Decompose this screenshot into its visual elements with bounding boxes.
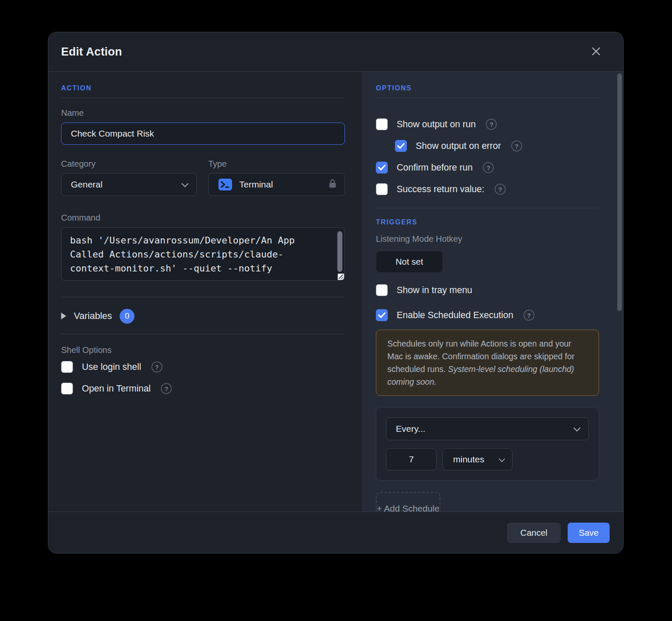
- dialog-footer: Cancel Save: [48, 512, 623, 553]
- type-label: Type: [208, 159, 345, 169]
- chevron-down-icon: [498, 454, 505, 464]
- show-output-on-run-label: Show output on run: [397, 119, 476, 130]
- dialog-body: ACTION Name Category General: [48, 72, 623, 512]
- show-output-on-run-checkbox[interactable]: [376, 118, 388, 130]
- open-in-terminal-checkbox[interactable]: [61, 383, 73, 394]
- enable-scheduled-label: Enable Scheduled Execution: [397, 310, 513, 321]
- success-return-value-label: Success return value:: [397, 184, 484, 195]
- help-icon[interactable]: ?: [483, 162, 494, 173]
- shell-options-label: Shell Options: [61, 345, 345, 355]
- variables-label: Variables: [74, 310, 112, 322]
- schedule-warning-note: Schedules only run while Actions is open…: [376, 330, 599, 396]
- success-return-value-row: Success return value: ?: [376, 183, 599, 195]
- variables-count-badge: 0: [120, 309, 134, 324]
- variables-toggle[interactable]: Variables 0: [61, 308, 345, 324]
- chevron-down-icon: [573, 424, 581, 434]
- divider: [376, 98, 599, 98]
- schedule-frequency-value: Every...: [396, 424, 573, 434]
- hotkey-button[interactable]: Not set: [376, 251, 443, 273]
- action-panel: ACTION Name Category General: [48, 72, 362, 512]
- dialog-title: Edit Action: [61, 45, 122, 59]
- help-icon[interactable]: ?: [161, 383, 172, 394]
- success-return-value-checkbox[interactable]: [376, 183, 388, 195]
- help-icon[interactable]: ?: [511, 140, 522, 151]
- use-login-shell-label: Use login shell: [82, 362, 141, 372]
- lock-icon: [328, 179, 337, 191]
- name-label: Name: [61, 108, 345, 118]
- schedule-interval-row: minutes: [386, 448, 589, 470]
- show-in-tray-checkbox[interactable]: [376, 284, 388, 296]
- schedule-frequency-select[interactable]: Every...: [386, 417, 589, 440]
- triggers-section-header: TRIGGERS: [376, 218, 599, 226]
- confirm-before-run-label: Confirm before run: [397, 162, 473, 173]
- close-button[interactable]: [588, 44, 604, 59]
- show-in-tray-row: Show in tray menu: [376, 284, 599, 296]
- command-textarea[interactable]: bash '/Users/avanrossum/Developer/An App…: [61, 227, 345, 281]
- save-button[interactable]: Save: [568, 523, 610, 543]
- panel-scrollbar[interactable]: [617, 73, 622, 311]
- add-schedule-button[interactable]: + Add Schedule: [376, 492, 440, 512]
- divider: [61, 297, 345, 297]
- edit-action-dialog: Edit Action ACTION Name Category: [48, 32, 624, 554]
- category-label: Category: [61, 159, 197, 169]
- show-output-on-error-row: Show output on error ?: [395, 140, 599, 152]
- command-label: Command: [61, 213, 345, 223]
- open-in-terminal-label: Open in Terminal: [82, 383, 151, 394]
- use-login-shell-checkbox[interactable]: [61, 361, 73, 373]
- cancel-button[interactable]: Cancel: [507, 523, 561, 543]
- options-section-header: OPTIONS: [376, 84, 599, 92]
- help-icon[interactable]: ?: [495, 184, 506, 195]
- options-panel: OPTIONS Show output on run ? Show output…: [363, 72, 623, 512]
- listening-mode-hotkey-label: Listening Mode Hotkey: [376, 234, 599, 244]
- divider: [61, 334, 345, 334]
- command-scrollbar[interactable]: [337, 231, 342, 272]
- type-field: Terminal: [208, 173, 345, 196]
- interval-unit-value: minutes: [453, 454, 494, 464]
- name-input[interactable]: [61, 123, 345, 145]
- show-in-tray-label: Show in tray menu: [397, 285, 472, 296]
- schedule-card: Every... minutes: [376, 407, 599, 481]
- command-text: bash '/Users/avanrossum/Developer/An App…: [70, 233, 328, 275]
- help-icon[interactable]: ?: [486, 119, 497, 130]
- help-icon[interactable]: ?: [151, 361, 162, 372]
- show-output-on-error-checkbox[interactable]: [395, 140, 407, 152]
- screen: Edit Action ACTION Name Category: [0, 0, 672, 621]
- chevron-down-icon: [181, 179, 189, 190]
- resize-handle-icon[interactable]: [338, 274, 344, 280]
- terminal-icon: [218, 178, 232, 191]
- show-output-on-run-row: Show output on run ?: [376, 118, 599, 130]
- interval-unit-select[interactable]: minutes: [442, 448, 512, 470]
- confirm-before-run-row: Confirm before run ?: [376, 162, 599, 173]
- category-select[interactable]: General: [61, 173, 197, 196]
- category-type-row: Category General Type: [61, 159, 345, 196]
- category-value: General: [71, 179, 181, 190]
- action-section-header: ACTION: [61, 84, 345, 92]
- show-output-on-error-label: Show output on error: [416, 141, 501, 151]
- type-value: Terminal: [239, 179, 322, 190]
- divider: [376, 208, 599, 208]
- help-icon[interactable]: ?: [524, 310, 535, 321]
- confirm-before-run-checkbox[interactable]: [376, 162, 388, 173]
- enable-scheduled-checkbox[interactable]: [376, 309, 388, 321]
- dialog-header: Edit Action: [48, 32, 623, 72]
- open-in-terminal-row: Open in Terminal ?: [61, 383, 345, 394]
- divider: [61, 98, 345, 98]
- close-icon: [591, 46, 602, 58]
- triangle-right-icon: [61, 313, 66, 319]
- interval-input[interactable]: [386, 448, 437, 470]
- enable-scheduled-row: Enable Scheduled Execution ?: [376, 309, 599, 321]
- use-login-shell-row: Use login shell ?: [61, 361, 345, 373]
